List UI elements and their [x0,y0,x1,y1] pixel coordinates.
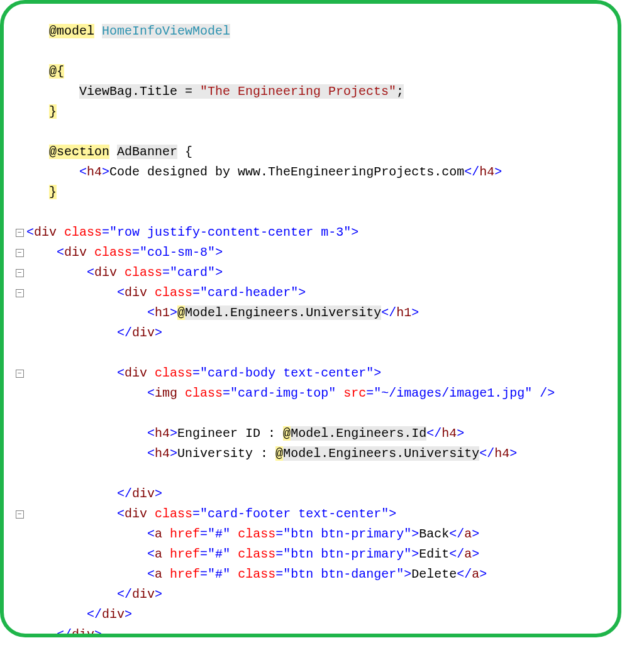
code-content[interactable]: @model HomeInfoViewModel @{ ViewBag.Titl… [26,21,555,637]
razor-block-close: } [49,104,57,119]
fold-toggle-icon[interactable]: − [16,249,24,257]
razor-section-keyword: @section [49,145,109,159]
fold-gutter: − − − − − − [13,21,26,637]
section-name: AdBanner [117,145,177,159]
code-statement: ViewBag.Title = "The Engineering Project… [79,84,404,99]
fold-toggle-icon[interactable]: − [16,289,24,297]
fold-toggle-icon[interactable]: − [16,510,24,519]
fold-toggle-icon[interactable]: − [16,269,24,277]
code-editor: − − − − − − @model HomeInfoViewModel @{ [13,21,606,637]
type-name: HomeInfoViewModel [102,24,230,38]
razor-model-keyword: @model [49,24,94,38]
fold-toggle-icon[interactable]: − [16,370,24,378]
razor-block-open: @{ [49,64,64,79]
fold-toggle-icon[interactable]: − [16,229,24,237]
code-frame: − − − − − − @model HomeInfoViewModel @{ [0,0,621,637]
razor-block-close: } [49,185,57,199]
